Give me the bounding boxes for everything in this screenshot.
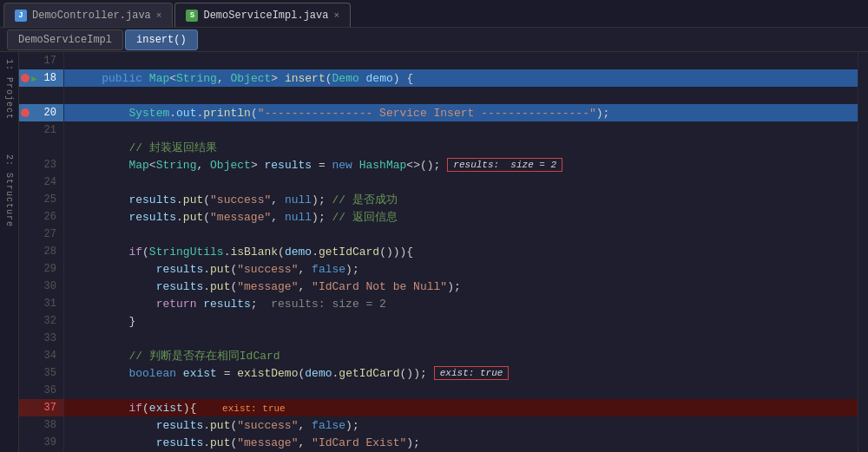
code-22-comment: // 封装返回结果	[75, 140, 217, 155]
java-icon: J	[15, 10, 27, 22]
hint-exist: exist: true	[434, 366, 510, 380]
line-num-32: 32	[19, 312, 63, 330]
tab-controller-close[interactable]: ×	[156, 10, 162, 21]
code-35-text: boolean exist = existDemo(demo.getIdCard…	[75, 367, 427, 380]
code-20-text: System.out.println("---------------- Ser…	[75, 107, 609, 120]
code-30-text: results.put("message", "IdCard Not be Nu…	[75, 280, 461, 293]
code-line-30: results.put("message", "IdCard Not be Nu…	[64, 278, 858, 295]
line-num-24: 24	[19, 174, 63, 191]
code-39-text: results.put("message", "IdCard Exist");	[75, 436, 420, 449]
code-34-comment: // 判断是否存在相同IdCard	[75, 348, 280, 364]
line-num-37: 37	[19, 399, 63, 416]
code-line-22: // 封装返回结果	[64, 139, 858, 156]
line-num-22	[19, 139, 63, 156]
code-line-36	[64, 382, 858, 399]
code-29-text: results.put("success", false);	[75, 263, 359, 276]
code-line-26: results.put("message", null); // 返回信息	[64, 208, 858, 226]
tab-service-close[interactable]: ×	[333, 10, 339, 21]
tab-controller[interactable]: J DemoController.java ×	[3, 3, 173, 27]
line-num-26: 26	[19, 208, 63, 226]
sub-tab-bar: DemoServiceImpl insert()	[0, 28, 868, 52]
code-line-21	[64, 121, 858, 139]
code-32-text: }	[75, 315, 135, 328]
line-num-33: 33	[19, 330, 63, 347]
hint-results: results: size = 2	[447, 158, 562, 172]
line-num-38: 38	[19, 416, 63, 434]
code-line-17	[64, 52, 858, 69]
exec-arrow-18: ▶	[31, 73, 37, 84]
line-num-31: 31	[19, 295, 63, 312]
code-line-19	[64, 87, 858, 104]
code-37-text: if(exist){ exist: true	[75, 402, 291, 415]
tab-bar: J DemoController.java × S DemoServiceImp…	[0, 0, 868, 28]
line-num-21: 21	[19, 121, 63, 139]
sub-tab-impl-label: DemoServiceImpl	[18, 34, 112, 46]
scrollbar-area[interactable]	[858, 52, 868, 452]
code-line-32: }	[64, 312, 858, 330]
code-area[interactable]: public Map<String, Object> insert(Demo d…	[64, 52, 858, 452]
code-18-text: public Map<String, Object> insert(Demo d…	[75, 72, 413, 85]
code-line-33	[64, 330, 858, 347]
code-line-24	[64, 174, 858, 191]
line-num-34: 34	[19, 347, 63, 364]
breakpoint-18	[21, 74, 30, 82]
code-38-text: results.put("success", false);	[75, 419, 359, 432]
tab-controller-label: DemoController.java	[32, 10, 151, 22]
editor-area: 1: Project 2: Structure 17 ▶ 18 20 21 23…	[0, 52, 868, 452]
line-num-25: 25	[19, 191, 63, 208]
code-line-35: boolean exist = existDemo(demo.getIdCard…	[64, 364, 858, 382]
sub-tab-impl[interactable]: DemoServiceImpl	[7, 29, 123, 50]
code-31-text: return results; results: size = 2	[75, 298, 386, 311]
code-28-text: if(StringUtils.isBlank(demo.getIdCard())…	[75, 246, 413, 259]
code-line-38: results.put("success", false);	[64, 416, 858, 434]
line-num-39: 39	[19, 434, 63, 451]
line-num-17: 17	[19, 52, 63, 69]
line-num-28: 28	[19, 243, 63, 260]
breakpoint-20	[21, 108, 30, 117]
left-sidebar: 1: Project 2: Structure	[0, 52, 19, 452]
line-num-30: 30	[19, 278, 63, 295]
code-line-34: // 判断是否存在相同IdCard	[64, 347, 858, 364]
tab-service-label: DemoServiceImpl.java	[203, 10, 328, 22]
service-icon: S	[186, 10, 198, 22]
line-num-35: 35	[19, 364, 63, 382]
line-num-27: 27	[19, 226, 63, 243]
code-line-23: Map<String, Object> results = new HashMa…	[64, 156, 858, 174]
code-26-text: results.put("message", null); // 返回信息	[75, 209, 398, 225]
line-num-18: ▶ 18	[19, 69, 63, 87]
code-line-39: results.put("message", "IdCard Exist");	[64, 434, 858, 451]
line-num-36: 36	[19, 382, 63, 399]
code-line-27	[64, 226, 858, 243]
line-num-19	[19, 87, 63, 104]
code-line-29: results.put("success", false);	[64, 260, 858, 278]
code-line-20: System.out.println("---------------- Ser…	[64, 104, 858, 121]
code-23-text: Map<String, Object> results = new HashMa…	[75, 159, 440, 172]
structure-label: 2: Structure	[4, 154, 14, 227]
code-line-28: if(StringUtils.isBlank(demo.getIdCard())…	[64, 243, 858, 260]
code-line-31: return results; results: size = 2	[64, 295, 858, 312]
code-line-18: public Map<String, Object> insert(Demo d…	[64, 69, 858, 87]
sub-tab-insert[interactable]: insert()	[125, 29, 198, 50]
sub-tab-insert-label: insert()	[136, 34, 187, 46]
project-label: 1: Project	[4, 59, 14, 120]
line-number-gutter: 17 ▶ 18 20 21 23 24 25 26 27 28 29 30	[19, 52, 64, 452]
line-num-29: 29	[19, 260, 63, 278]
tab-service[interactable]: S DemoServiceImpl.java ×	[174, 3, 351, 27]
code-line-25: results.put("success", null); // 是否成功	[64, 191, 858, 208]
code-25-text: results.put("success", null); // 是否成功	[75, 192, 398, 207]
line-num-20: 20	[19, 104, 63, 121]
line-num-23: 23	[19, 156, 63, 174]
code-line-37: if(exist){ exist: true	[64, 399, 858, 416]
